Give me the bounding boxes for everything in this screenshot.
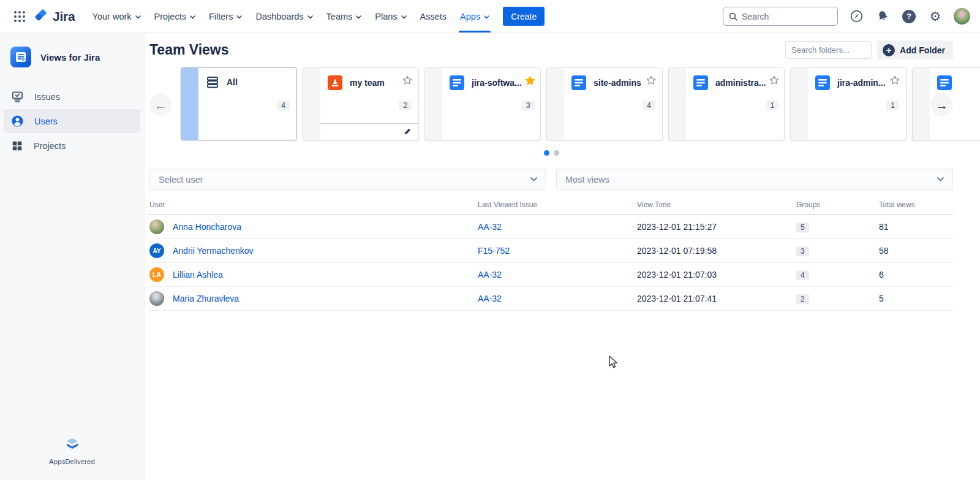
edit-pencil-icon[interactable] (403, 128, 412, 136)
total-views: 81 (879, 222, 953, 232)
folder-count-badge: 2 (399, 101, 412, 110)
users-person-icon (11, 115, 24, 128)
folder-card-jira-admins[interactable]: jira-admin... 1 (790, 67, 907, 140)
card-stripe (425, 68, 442, 140)
pagination-dot-2[interactable] (554, 150, 559, 156)
plus-icon: + (883, 44, 895, 56)
user-link[interactable]: Lillian Ashlea (173, 270, 223, 280)
add-folder-button[interactable]: + Add Folder (877, 40, 953, 59)
profile-avatar[interactable] (954, 8, 970, 25)
folder-name: jira-admin... (837, 78, 886, 88)
sort-by-dropdown[interactable]: Most views (556, 169, 953, 190)
carousel-prev-button[interactable]: ← (149, 94, 172, 116)
nav-item-apps[interactable]: Apps (454, 7, 496, 26)
folder-count-badge: 1 (766, 101, 779, 110)
user-link[interactable]: Anna Honcharova (173, 222, 241, 232)
doc-blue-icon (449, 75, 465, 91)
jira-logo-text: Jira (53, 9, 75, 24)
users-table: User Last Viewed Issue View Time Groups … (149, 200, 953, 311)
folder-edit-footer (320, 123, 418, 140)
primary-nav: Your work Projects Filters Dashboards Te… (86, 0, 496, 32)
total-views: 5 (879, 294, 953, 303)
create-button[interactable]: Create (503, 7, 545, 26)
avatar: LA (149, 267, 164, 282)
folder-count-badge: 4 (277, 101, 290, 110)
folder-name: administra... (715, 78, 766, 88)
nav-item-projects[interactable]: Projects (148, 7, 202, 26)
nav-label: Assets (420, 12, 447, 21)
app-switcher-icon[interactable] (10, 7, 29, 26)
stack-icon (205, 75, 220, 90)
user-link[interactable]: Maria Zhuravleva (173, 294, 239, 303)
chevron-down-icon (530, 177, 537, 181)
help-icon[interactable]: ? (901, 9, 917, 25)
nav-item-dashboards[interactable]: Dashboards (249, 7, 318, 26)
nav-label: Dashboards (255, 12, 303, 21)
user-link[interactable]: Andrii Yermachenkov (173, 246, 254, 256)
app-title: Views for Jira (40, 52, 100, 63)
pagination-dot-1[interactable] (544, 150, 549, 156)
folder-count-badge: 1 (886, 101, 899, 110)
chevron-down-icon (484, 15, 489, 19)
chevron-down-icon (307, 15, 313, 19)
folders-carousel: ← → (149, 67, 980, 142)
search-folders-input[interactable] (785, 41, 872, 59)
card-stripe (669, 68, 686, 140)
carousel-next-button[interactable]: → (930, 94, 953, 116)
issue-link[interactable]: AA-32 (478, 222, 637, 232)
folder-card-all[interactable]: All 4 (181, 67, 297, 140)
appsdelivered-label: AppsDelivered (0, 458, 144, 465)
chevron-down-icon (190, 15, 195, 19)
search-input[interactable] (742, 12, 832, 21)
app-sidebar: Views for Jira Issues (0, 33, 145, 480)
folder-card-administrators[interactable]: administra... 1 (668, 67, 785, 140)
sidebar-item-projects[interactable]: Projects (4, 134, 140, 158)
doc-blue-icon (937, 75, 952, 91)
star-filled-icon[interactable] (524, 75, 536, 86)
view-time: 2023-12-01 21:07:41 (637, 294, 796, 303)
nav-item-assets[interactable]: Assets (414, 7, 453, 26)
projects-grid-icon (11, 140, 23, 152)
doc-blue-icon (693, 75, 709, 91)
search-icon (729, 12, 737, 21)
groups-badge: 4 (796, 270, 809, 280)
nav-item-filters[interactable]: Filters (203, 7, 248, 26)
issue-link[interactable]: AA-32 (478, 294, 637, 303)
issue-link[interactable]: F15-752 (478, 246, 637, 256)
card-stripe (303, 68, 320, 140)
settings-gear-icon[interactable]: ⚙ (927, 9, 943, 25)
view-time: 2023-12-01 21:07:03 (637, 270, 796, 280)
select-user-placeholder: Select user (159, 175, 203, 185)
nav-item-teams[interactable]: Teams (320, 7, 368, 26)
views-for-jira-app-icon (10, 47, 31, 67)
folder-card-site-admins[interactable]: site-admins 4 (546, 67, 663, 140)
doc-blue-icon (815, 75, 831, 91)
folder-card-my-team[interactable]: my team 2 (303, 67, 419, 140)
nav-item-your-work[interactable]: Your work (86, 7, 147, 26)
star-outline-icon[interactable] (769, 75, 780, 86)
chevron-down-icon (135, 15, 141, 19)
star-outline-icon[interactable] (646, 75, 657, 86)
issues-monitor-icon (11, 90, 24, 103)
sidebar-item-issues[interactable]: Issues (4, 85, 140, 109)
total-views: 6 (879, 270, 953, 280)
folder-card-jira-software[interactable]: jira-softwa... 3 (424, 67, 541, 140)
card-stripe (913, 68, 930, 140)
star-outline-icon[interactable] (402, 75, 413, 86)
issue-link[interactable]: AA-32 (478, 270, 637, 280)
nav-label: Plans (375, 12, 397, 21)
global-search[interactable] (723, 7, 838, 26)
sidebar-item-users[interactable]: Users (4, 109, 140, 133)
topbar-right-cluster: ? ⚙ (723, 7, 970, 26)
discover-compass-icon[interactable] (848, 9, 864, 25)
select-user-dropdown[interactable]: Select user (149, 169, 546, 190)
folder-name: jira-softwa... (472, 78, 522, 88)
card-stripe (791, 68, 808, 140)
jira-logo[interactable]: Jira (33, 9, 80, 24)
notifications-bell-icon[interactable] (875, 9, 891, 25)
page-title: Team Views (149, 40, 229, 58)
nav-item-plans[interactable]: Plans (369, 7, 412, 26)
star-outline-icon[interactable] (889, 75, 900, 86)
table-row: Anna Honcharova AA-32 2023-12-01 21:15:2… (149, 215, 953, 239)
sidebar-item-label: Projects (34, 141, 66, 151)
